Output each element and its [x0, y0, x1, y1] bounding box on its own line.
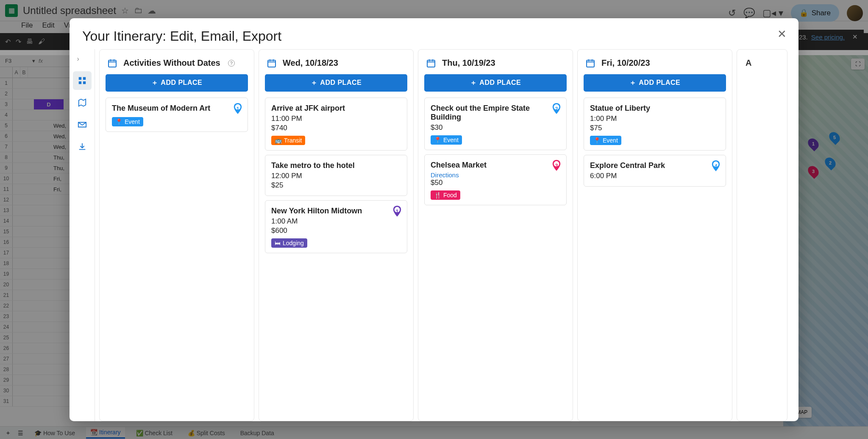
card-price: $740: [271, 124, 401, 132]
card-time: 11:00 PM: [271, 115, 401, 123]
card-title: Check out the Empire State Building: [431, 104, 560, 122]
card-time: 1:00 AM: [271, 217, 401, 226]
expand-rail-icon[interactable]: ›: [77, 55, 87, 65]
modal-side-rail: ›: [70, 49, 95, 421]
svg-rect-11: [587, 60, 594, 67]
card-title: New York Hilton Midtown: [271, 207, 401, 215]
card-price: $600: [271, 226, 401, 235]
tag-icon: 📍: [434, 137, 441, 143]
itinerary-card[interactable]: New York Hilton Midtown1:00 AM$600🛏Lodgi…: [265, 200, 407, 253]
calendar-icon: [585, 58, 595, 68]
itinerary-card[interactable]: Chelsea MarketDirections$50🍴Food3: [424, 154, 567, 205]
card-time: 6:00 PM: [590, 172, 720, 180]
svg-rect-3: [83, 81, 85, 84]
card-pin-icon: 2: [552, 103, 561, 115]
add-place-button[interactable]: ＋ ADD PLACE: [584, 74, 726, 92]
tag-icon: 🚌: [275, 137, 282, 144]
tag-icon: 🍴: [434, 192, 441, 199]
day-column: Activities Without Dates?＋ ADD PLACEThe …: [99, 49, 254, 421]
svg-rect-1: [83, 77, 85, 79]
rail-download-icon[interactable]: [73, 137, 92, 156]
card-time: 1:00 PM: [590, 115, 720, 123]
card-title: Chelsea Market: [431, 161, 560, 170]
modal-overlay: Your Itinerary: Edit, Email, Export ✕ › …: [0, 0, 868, 439]
day-title: Fri, 10/20/23: [601, 58, 650, 68]
card-title: The Museum of Modern Art: [112, 104, 242, 113]
day-title: Thu, 10/19/23: [442, 58, 495, 68]
itinerary-card[interactable]: Take metro to the hotel12:00 PM$25: [265, 155, 407, 196]
info-icon[interactable]: ?: [228, 60, 235, 67]
directions-link[interactable]: Directions: [431, 171, 560, 179]
card-pin-icon: 4: [711, 160, 721, 172]
itinerary-card[interactable]: Arrive at JFK airport11:00 PM$740🚌Transi…: [265, 98, 407, 151]
day-column: Fri, 10/20/23＋ ADD PLACEStatue of Libert…: [577, 49, 732, 421]
plus-icon: ＋: [629, 78, 637, 87]
day-header: Activities Without Dates?: [100, 50, 254, 74]
svg-rect-0: [78, 77, 81, 79]
itinerary-modal: Your Itinerary: Edit, Email, Export ✕ › …: [70, 18, 798, 421]
card-price: $50: [431, 179, 560, 187]
card-tag: 🍴Food: [431, 190, 460, 200]
itinerary-card[interactable]: The Museum of Modern Art📍Event1: [106, 98, 248, 132]
card-tag: 📍Event: [590, 136, 621, 145]
calendar-icon: [426, 58, 436, 68]
svg-rect-4: [108, 60, 116, 67]
card-title: Arrive at JFK airport: [271, 104, 401, 113]
tag-icon: 📍: [115, 118, 122, 125]
calendar-icon: [107, 58, 117, 68]
card-title: Explore Central Park: [590, 161, 720, 170]
day-column: Thu, 10/19/23＋ ADD PLACECheck out the Em…: [418, 49, 573, 421]
day-header: Wed, 10/18/23: [259, 50, 413, 74]
card-time: 12:00 PM: [271, 172, 401, 180]
card-title: Statue of Liberty: [590, 104, 720, 113]
card-price: $25: [271, 181, 401, 190]
day-title: Activities Without Dates: [123, 58, 220, 68]
tag-icon: 🛏: [275, 240, 281, 246]
add-place-button[interactable]: ＋ ADD PLACE: [265, 74, 407, 92]
svg-rect-6: [268, 60, 275, 67]
svg-rect-2: [78, 81, 81, 84]
rail-grid-view-icon[interactable]: [73, 71, 92, 90]
card-tag: 🚌Transit: [271, 136, 305, 145]
tag-icon: 📍: [593, 137, 601, 144]
plus-icon: ＋: [470, 78, 477, 87]
card-tag: 📍Event: [112, 117, 143, 126]
day-header: Thu, 10/19/23: [418, 50, 573, 74]
rail-email-icon[interactable]: [73, 115, 92, 134]
card-pin-icon: 1: [233, 103, 242, 115]
rail-map-icon[interactable]: [73, 93, 92, 112]
card-price: $75: [590, 124, 720, 132]
close-modal-icon[interactable]: ✕: [777, 28, 787, 41]
itinerary-card[interactable]: Statue of Liberty1:00 PM$75📍Event: [584, 98, 726, 151]
card-tag: 🛏Lodging: [271, 238, 307, 248]
modal-title: Your Itinerary: Edit, Email, Export: [70, 18, 798, 49]
calendar-icon: [267, 58, 277, 68]
plus-icon: ＋: [151, 78, 159, 87]
card-pin-icon: 3: [552, 160, 561, 172]
card-title: Take metro to the hotel: [271, 161, 401, 170]
card-pin-icon: 1: [392, 206, 402, 218]
itinerary-card[interactable]: Check out the Empire State Building$30📍E…: [424, 98, 567, 150]
itinerary-card[interactable]: Explore Central Park6:00 PM4: [584, 155, 726, 187]
next-day-column-partial: A: [737, 49, 787, 421]
card-tag: 📍Event: [431, 135, 462, 145]
add-place-button[interactable]: ＋ ADD PLACE: [106, 74, 248, 92]
plus-icon: ＋: [311, 78, 318, 87]
day-title: Wed, 10/18/23: [283, 58, 338, 68]
card-price: $30: [431, 123, 560, 132]
day-header: Fri, 10/20/23: [578, 50, 732, 74]
day-column: Wed, 10/18/23＋ ADD PLACEArrive at JFK ai…: [259, 49, 414, 421]
svg-rect-8: [427, 60, 435, 67]
add-place-button[interactable]: ＋ ADD PLACE: [424, 74, 567, 92]
